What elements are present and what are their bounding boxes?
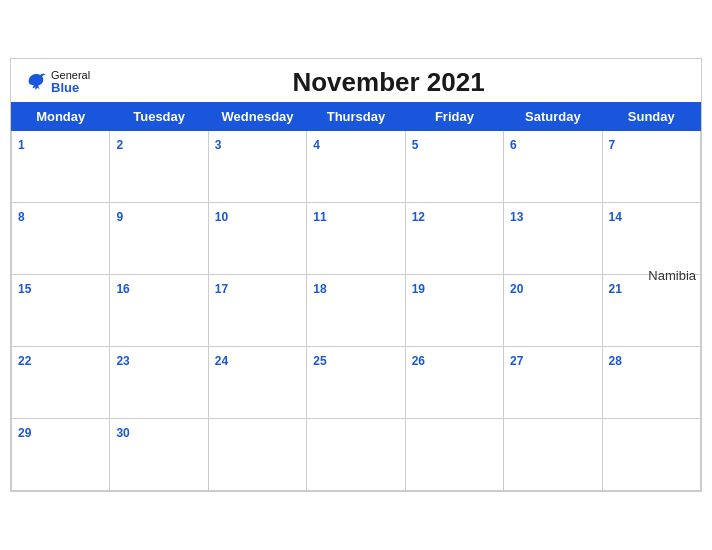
day-number-9: 9 <box>116 210 123 224</box>
logo: General Blue <box>25 69 90 95</box>
day-number-2: 2 <box>116 138 123 152</box>
weekday-header-wednesday: Wednesday <box>208 103 306 131</box>
day-cell-25: 25 <box>307 347 405 419</box>
day-cell-21: 21 <box>602 275 700 347</box>
logo-bird-icon <box>25 71 47 93</box>
weekday-header-thursday: Thursday <box>307 103 405 131</box>
day-number-22: 22 <box>18 354 31 368</box>
calendar: General Blue November 2021 Namibia Monda… <box>10 58 702 492</box>
day-cell-5: 5 <box>405 131 503 203</box>
day-cell-29: 29 <box>12 419 110 491</box>
day-cell-1: 1 <box>12 131 110 203</box>
month-title: November 2021 <box>90 67 687 98</box>
day-cell-6: 6 <box>504 131 602 203</box>
week-row-2: 891011121314 <box>12 203 701 275</box>
day-number-4: 4 <box>313 138 320 152</box>
day-number-24: 24 <box>215 354 228 368</box>
day-cell-19: 19 <box>405 275 503 347</box>
day-cell-24: 24 <box>208 347 306 419</box>
day-cell-20: 20 <box>504 275 602 347</box>
empty-cell <box>504 419 602 491</box>
weekday-header-row: MondayTuesdayWednesdayThursdayFridaySatu… <box>12 103 701 131</box>
week-row-4: 22232425262728 <box>12 347 701 419</box>
day-cell-2: 2 <box>110 131 208 203</box>
week-row-3: 15161718192021 <box>12 275 701 347</box>
day-number-21: 21 <box>609 282 622 296</box>
day-number-27: 27 <box>510 354 523 368</box>
day-number-20: 20 <box>510 282 523 296</box>
day-number-16: 16 <box>116 282 129 296</box>
day-number-1: 1 <box>18 138 25 152</box>
calendar-table: MondayTuesdayWednesdayThursdayFridaySatu… <box>11 102 701 491</box>
weekday-header-sunday: Sunday <box>602 103 700 131</box>
logo-blue: Blue <box>51 81 90 95</box>
weekday-header-saturday: Saturday <box>504 103 602 131</box>
day-cell-15: 15 <box>12 275 110 347</box>
day-cell-10: 10 <box>208 203 306 275</box>
day-number-5: 5 <box>412 138 419 152</box>
empty-cell <box>602 419 700 491</box>
day-number-6: 6 <box>510 138 517 152</box>
day-cell-4: 4 <box>307 131 405 203</box>
day-number-23: 23 <box>116 354 129 368</box>
day-number-26: 26 <box>412 354 425 368</box>
day-number-10: 10 <box>215 210 228 224</box>
weekday-header-friday: Friday <box>405 103 503 131</box>
empty-cell <box>307 419 405 491</box>
day-number-11: 11 <box>313 210 326 224</box>
day-cell-8: 8 <box>12 203 110 275</box>
day-cell-16: 16 <box>110 275 208 347</box>
day-cell-30: 30 <box>110 419 208 491</box>
day-number-19: 19 <box>412 282 425 296</box>
day-cell-11: 11 <box>307 203 405 275</box>
day-number-14: 14 <box>609 210 622 224</box>
day-cell-14: 14 <box>602 203 700 275</box>
empty-cell <box>405 419 503 491</box>
day-number-3: 3 <box>215 138 222 152</box>
day-cell-17: 17 <box>208 275 306 347</box>
day-cell-13: 13 <box>504 203 602 275</box>
day-cell-26: 26 <box>405 347 503 419</box>
day-number-29: 29 <box>18 426 31 440</box>
weekday-header-monday: Monday <box>12 103 110 131</box>
day-cell-9: 9 <box>110 203 208 275</box>
day-number-30: 30 <box>116 426 129 440</box>
day-cell-22: 22 <box>12 347 110 419</box>
day-number-17: 17 <box>215 282 228 296</box>
day-cell-3: 3 <box>208 131 306 203</box>
week-row-5: 2930 <box>12 419 701 491</box>
week-row-1: 1234567 <box>12 131 701 203</box>
country-label: Namibia <box>648 268 696 283</box>
calendar-header: General Blue November 2021 Namibia <box>11 59 701 102</box>
empty-cell <box>208 419 306 491</box>
weekday-header-tuesday: Tuesday <box>110 103 208 131</box>
day-number-18: 18 <box>313 282 326 296</box>
logo-text: General Blue <box>51 69 90 95</box>
day-number-13: 13 <box>510 210 523 224</box>
day-cell-27: 27 <box>504 347 602 419</box>
day-number-7: 7 <box>609 138 616 152</box>
day-cell-18: 18 <box>307 275 405 347</box>
day-number-15: 15 <box>18 282 31 296</box>
day-number-25: 25 <box>313 354 326 368</box>
day-cell-7: 7 <box>602 131 700 203</box>
day-number-28: 28 <box>609 354 622 368</box>
day-number-12: 12 <box>412 210 425 224</box>
day-cell-12: 12 <box>405 203 503 275</box>
day-number-8: 8 <box>18 210 25 224</box>
day-cell-28: 28 <box>602 347 700 419</box>
day-cell-23: 23 <box>110 347 208 419</box>
